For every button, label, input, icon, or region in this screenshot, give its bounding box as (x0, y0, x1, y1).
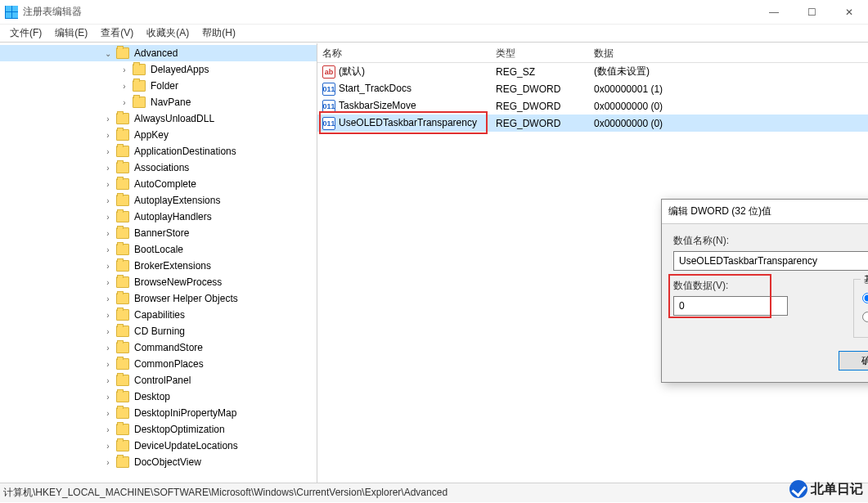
tree-item-navpane[interactable]: ›NavPane (0, 94, 317, 110)
list-row[interactable]: 011TaskbarSizeMoveREG_DWORD0x00000000 (0… (317, 97, 868, 115)
value-type-icon: 011 (322, 117, 335, 130)
tree-item-cd-burning[interactable]: ›CD Burning (0, 323, 317, 339)
tree-item-controlpanel[interactable]: ›ControlPanel (0, 372, 317, 388)
ok-button[interactable]: 确定 (839, 351, 868, 371)
value-type: REG_DWORD (492, 101, 591, 112)
radio-dec[interactable]: 十进制(D) (862, 310, 868, 324)
status-path: 计算机\HKEY_LOCAL_MACHINE\SOFTWARE\Microsof… (3, 486, 447, 500)
watermark: 北单日记 (789, 480, 863, 498)
value-data: (数值未设置) (591, 65, 866, 79)
value-name-label: 数值名称(N): (673, 234, 868, 248)
tree-item-brokerextensions[interactable]: ›BrokerExtensions (0, 258, 317, 274)
menu-edit[interactable]: 编辑(E) (48, 25, 94, 42)
list-pane[interactable]: 名称 类型 数据 ab(默认)REG_SZ(数值未设置)011Start_Tra… (317, 43, 868, 483)
tree-pane[interactable]: ⌄Advanced›DelayedApps›Folder›NavPane›Alw… (0, 43, 317, 483)
tree-item-commandstore[interactable]: ›CommandStore (0, 339, 317, 356)
close-button[interactable]: ✕ (830, 0, 868, 25)
tree-item-delayedapps[interactable]: ›DelayedApps (0, 61, 317, 78)
col-header-data[interactable]: 数据 (589, 43, 868, 62)
tree-item-deviceupdatelocations[interactable]: ›DeviceUpdateLocations (0, 438, 317, 454)
statusbar: 计算机\HKEY_LOCAL_MACHINE\SOFTWARE\Microsof… (0, 483, 868, 502)
value-data: 0x00000001 (1) (591, 83, 866, 95)
tree-item-autocomplete[interactable]: ›AutoComplete (0, 176, 317, 192)
base-groupbox: 基数 十六进制(H) 十进制(D) (853, 279, 868, 338)
col-header-name[interactable]: 名称 (317, 43, 491, 62)
dialog-titlebar[interactable]: 编辑 DWORD (32 位)值 ✕ (662, 200, 868, 224)
col-header-type[interactable]: 类型 (491, 43, 589, 62)
value-name: (默认) (339, 65, 365, 77)
tree-item-bootlocale[interactable]: ›BootLocale (0, 241, 317, 258)
tree-item-folder[interactable]: ›Folder (0, 78, 317, 94)
tree-item-applicationdestinations[interactable]: ›ApplicationDestinations (0, 143, 317, 159)
tree-item-commonplaces[interactable]: ›CommonPlaces (0, 356, 317, 372)
tree-item-docobjectview[interactable]: ›DocObjectView (0, 454, 317, 470)
window-title: 注册表编辑器 (23, 5, 82, 19)
value-type: REG_SZ (492, 66, 591, 78)
app-icon (5, 6, 18, 19)
menubar: 文件(F) 编辑(E) 查看(V) 收藏夹(A) 帮助(H) (0, 25, 868, 43)
edit-dword-dialog: 编辑 DWORD (32 位)值 ✕ 数值名称(N): 数值数据(V): 基数 … (661, 199, 868, 383)
tree-item-bannerstore[interactable]: ›BannerStore (0, 225, 317, 241)
tree-item-capabilities[interactable]: ›Capabilities (0, 307, 317, 323)
tree-item-alwaysunloaddll[interactable]: ›AlwaysUnloadDLL (0, 110, 317, 127)
value-data: 0x00000000 (0) (591, 101, 866, 112)
watermark-icon (789, 480, 807, 498)
value-type-icon: ab (322, 65, 335, 79)
tree-item-appkey[interactable]: ›AppKey (0, 127, 317, 143)
value-type-icon: 011 (322, 83, 335, 96)
value-name: TaskbarSizeMove (339, 100, 416, 111)
tree-item-advanced[interactable]: ⌄Advanced (0, 45, 317, 61)
radio-dec-input[interactable] (862, 312, 868, 322)
radio-hex-input[interactable] (862, 293, 868, 303)
tree-item-browser-helper-objects[interactable]: ›Browser Helper Objects (0, 290, 317, 307)
menu-favorites[interactable]: 收藏夹(A) (140, 25, 196, 42)
tree-item-associations[interactable]: ›Associations (0, 159, 317, 176)
list-row[interactable]: 011UseOLEDTaskbarTransparencyREG_DWORD0x… (317, 115, 868, 132)
list-row[interactable]: ab(默认)REG_SZ(数值未设置) (317, 63, 868, 80)
menu-help[interactable]: 帮助(H) (196, 25, 242, 42)
tree-item-autoplayhandlers[interactable]: ›AutoplayHandlers (0, 209, 317, 225)
tree-item-desktopoptimization[interactable]: ›DesktopOptimization (0, 421, 317, 438)
value-data: 0x00000000 (0) (591, 118, 866, 129)
menu-view[interactable]: 查看(V) (94, 25, 140, 42)
tree-item-autoplayextensions[interactable]: ›AutoplayExtensions (0, 192, 317, 209)
tree-item-desktop[interactable]: ›Desktop (0, 388, 317, 405)
value-type-icon: 011 (322, 100, 335, 113)
value-type: REG_DWORD (492, 83, 591, 95)
value-data-field[interactable] (673, 296, 788, 316)
value-name: UseOLEDTaskbarTransparency (339, 117, 477, 128)
menu-file[interactable]: 文件(F) (3, 25, 48, 42)
minimize-button[interactable]: — (755, 0, 793, 25)
dialog-title: 编辑 DWORD (32 位)值 (668, 204, 771, 218)
maximize-button[interactable]: ☐ (793, 0, 830, 25)
tree-item-desktopinipropertymap[interactable]: ›DesktopIniPropertyMap (0, 405, 317, 421)
base-legend: 基数 (861, 273, 868, 287)
watermark-text: 北单日记 (811, 481, 863, 498)
tree-item-browsenewprocess[interactable]: ›BrowseNewProcess (0, 274, 317, 290)
value-type: REG_DWORD (492, 118, 591, 129)
radio-hex[interactable]: 十六进制(H) (862, 291, 868, 305)
list-header: 名称 类型 数据 (317, 43, 868, 63)
value-data-label: 数值数据(V): (673, 279, 837, 293)
value-name: Start_TrackDocs (339, 83, 412, 94)
value-name-field[interactable] (673, 251, 868, 271)
list-row[interactable]: 011Start_TrackDocsREG_DWORD0x00000001 (1… (317, 80, 868, 97)
titlebar: 注册表编辑器 — ☐ ✕ (0, 0, 868, 25)
